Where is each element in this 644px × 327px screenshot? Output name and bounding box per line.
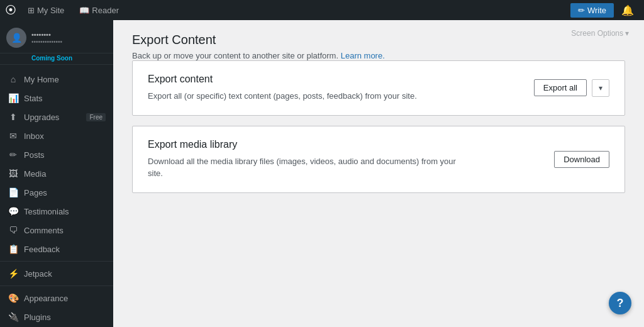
appearance-icon: 🎨 (8, 293, 19, 303)
plugins-icon: 🔌 (8, 312, 19, 322)
export-media-desc: Download all the media library files (im… (148, 155, 462, 180)
screen-options-container: Screen Options ▾ (566, 26, 634, 40)
pages-icon: 📄 (8, 187, 19, 197)
sidebar-item-upgrades[interactable]: ⬆ Upgrades Free (0, 108, 113, 126)
export-media-actions: Download (554, 151, 609, 168)
chevron-down-icon: ▾ (625, 29, 629, 38)
profile-url: •••••••••••••• (31, 38, 62, 45)
sidebar-item-stats[interactable]: 📊 Stats (0, 89, 113, 108)
export-content-desc: Export all (or specific) text content (p… (148, 90, 462, 103)
help-button[interactable]: ? (609, 292, 631, 314)
sidebar-item-comments[interactable]: 🗨 Comments (0, 221, 113, 240)
media-icon: 🖼 (8, 169, 19, 179)
home-icon: ⌂ (8, 74, 19, 84)
export-content-actions: Export all ▾ (534, 79, 609, 97)
profile-name: •••••••• (31, 31, 62, 38)
feedback-icon: 📋 (8, 244, 19, 254)
sidebar: 👤 •••••••• •••••••••••••• Coming Soon ⌂ … (0, 20, 113, 327)
sidebar-profile: 👤 •••••••• •••••••••••••• (0, 20, 113, 53)
grid-icon: ⊞ (28, 6, 35, 15)
content-area: Screen Options ▾ Export Content Back up … (113, 20, 644, 327)
sidebar-item-appearance[interactable]: 🎨 Appearance (0, 289, 113, 308)
topbar: ⦿ ⊞ My Site 📖 Reader ✏ Write 🔔 (0, 0, 644, 20)
comments-icon: 🗨 (8, 225, 19, 235)
expand-export-content-button[interactable]: ▾ (592, 79, 609, 97)
sidebar-item-testimonials[interactable]: 💬 Testimonials (0, 202, 113, 221)
download-button[interactable]: Download (554, 151, 609, 168)
sidebar-item-my-home[interactable]: ⌂ My Home (0, 70, 113, 89)
page-title: Export Content (132, 33, 625, 47)
export-media-card: Export media library Download all the me… (132, 126, 625, 193)
reader-icon: 📖 (79, 6, 89, 15)
sidebar-divider (0, 64, 113, 65)
sidebar-item-pages[interactable]: 📄 Pages (0, 183, 113, 202)
page-subtitle: Back up or move your content to another … (132, 51, 625, 60)
stats-icon: 📊 (8, 93, 19, 103)
testimonials-icon: 💬 (8, 206, 19, 216)
sidebar-item-media[interactable]: 🖼 Media (0, 164, 113, 183)
sidebar-item-jetpack[interactable]: ⚡ Jetpack (0, 264, 113, 283)
export-media-card-content: Export media library Download all the me… (148, 139, 462, 180)
profile-info: •••••••• •••••••••••••• (31, 31, 62, 45)
screen-options-button[interactable]: Screen Options ▾ (566, 26, 634, 40)
topbar-my-site[interactable]: ⊞ My Site (21, 6, 70, 15)
coming-soon-badge: Coming Soon (0, 53, 113, 62)
sidebar-item-posts[interactable]: ✏ Posts (0, 145, 113, 164)
write-button[interactable]: ✏ Write (570, 3, 614, 18)
sidebar-item-plugins[interactable]: 🔌 Plugins (0, 308, 113, 326)
sidebar-divider-3 (0, 285, 113, 286)
main-layout: 👤 •••••••• •••••••••••••• Coming Soon ⌂ … (0, 20, 644, 327)
export-media-title: Export media library (148, 139, 462, 150)
sidebar-item-feedback[interactable]: 📋 Feedback (0, 240, 113, 258)
chevron-down-icon: ▾ (599, 84, 602, 92)
topbar-reader[interactable]: 📖 Reader (73, 6, 125, 15)
inbox-icon: ✉ (8, 131, 19, 141)
avatar: 👤 (6, 28, 26, 48)
upgrades-icon: ⬆ (8, 112, 19, 122)
wp-logo-icon: ⦿ (5, 4, 16, 17)
learn-more-link[interactable]: Learn more. (341, 51, 385, 60)
export-content-card: Export content Export all (or specific) … (132, 60, 625, 116)
export-all-button[interactable]: Export all (534, 79, 587, 96)
export-content-title: Export content (148, 74, 462, 85)
pencil-icon: ✏ (578, 6, 585, 15)
export-content-card-content: Export content Export all (or specific) … (148, 74, 462, 103)
sidebar-divider-2 (0, 261, 113, 262)
avatar-icon: 👤 (11, 33, 22, 43)
jetpack-icon: ⚡ (8, 269, 19, 279)
sidebar-item-inbox[interactable]: ✉ Inbox (0, 126, 113, 145)
sidebar-nav: ⌂ My Home 📊 Stats ⬆ Upgrades Free ✉ Inbo… (0, 67, 113, 327)
notifications-bell-icon[interactable]: 🔔 (616, 4, 639, 16)
posts-icon: ✏ (8, 150, 19, 160)
upgrades-free-badge: Free (86, 113, 106, 121)
